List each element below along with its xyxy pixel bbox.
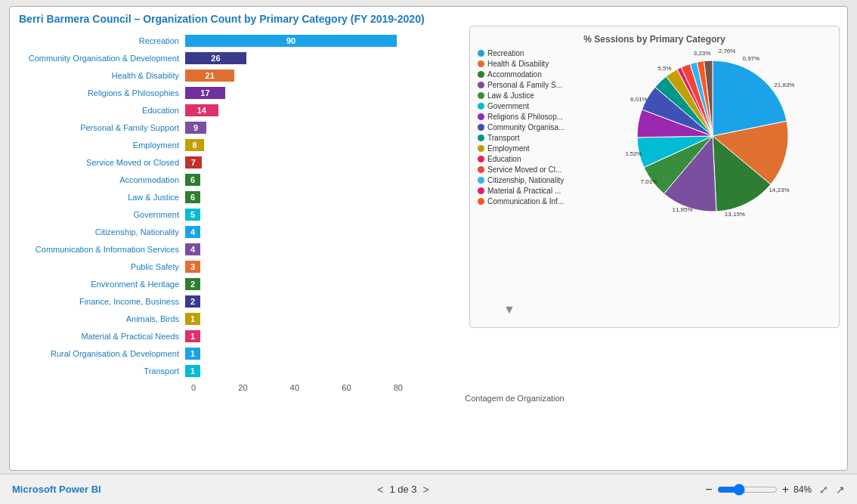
bar-label: Community Organisation & Development [19,54,185,63]
page-info: 1 de 3 [389,484,416,495]
pie-pct-label: 7,01% [640,178,657,185]
bar-fill: 21 [185,70,234,82]
bar-track: 1 [185,365,838,377]
legend-dot [478,177,484,184]
bar-fill: 3 [185,261,200,273]
zoom-label: 84% [794,484,812,495]
legend-label: Law & Justice [487,91,534,100]
legend-item: Accommodation [478,70,587,79]
chart-panel: Berri Barmera Council – Organization Cou… [9,6,848,471]
legend-item: Service Moved or Cl... [478,165,587,174]
pie-svg: 21,83%14,23%13,15%11,95%7,01%6,52%6,01%5… [626,49,800,223]
page-navigation: < 1 de 3 > [377,484,429,496]
legend-label: Education [487,155,521,163]
bar-label: Rural Organisation & Development [19,349,185,358]
scroll-down-icon[interactable]: ▼ [503,303,515,317]
bar-fill: 6 [185,174,200,186]
next-page-button[interactable]: > [423,484,429,496]
legend-label: Citizenship, Nationality [487,176,564,184]
legend-dot [478,166,484,173]
bar-label: Animals, Birds [19,314,185,323]
bar-label: Public Safety [19,262,185,271]
legend-label: Accommodation [487,70,542,79]
legend-label: Community Organisa... [487,123,565,131]
bar-fill: 17 [185,87,225,99]
x-axis-tick: 40 [290,383,299,392]
legend-label: Service Moved or Cl... [487,165,562,174]
bar-label: Service Moved or Closed [19,158,185,167]
bar-fill: 1 [185,313,200,325]
legend-dot [478,60,484,67]
legend-item: Religions & Philosop... [478,113,587,121]
legend-dot [478,187,484,194]
bar-row[interactable]: Transport1 [19,363,838,379]
legend-label: Government [487,102,529,110]
zoom-minus-icon[interactable]: − [705,483,712,496]
legend-label: Employment [487,144,530,153]
external-link-icon[interactable]: ↗ [836,484,845,496]
chart-title: Berri Barmera Council – Organization Cou… [19,13,838,25]
brand-label[interactable]: Microsoft Power BI [12,484,101,495]
legend-item: Transport [478,134,587,142]
pie-pct-label: 2,76% [718,49,735,54]
bar-row[interactable]: Material & Practical Needs1 [19,328,838,345]
legend-item: Personal & Family S... [478,81,587,89]
legend-dot [478,156,484,162]
x-axis-labels: 020406080 [191,383,403,392]
pie-pct-label: 11,95% [672,206,692,213]
bar-label: Finance, Income, Business [19,297,185,306]
legend-label: Material & Practical ... [487,187,561,195]
zoom-plus-icon[interactable]: + [782,483,789,496]
bar-label: Material & Practical Needs [19,332,185,341]
bar-fill: 2 [185,295,200,308]
bar-track: 1 [185,330,838,342]
legend-dot [478,103,484,110]
legend-item: Employment [478,144,587,153]
pie-pct-label: 6,01% [630,96,648,103]
app-container: Berri Barmera Council – Organization Cou… [0,0,857,504]
x-axis: 020406080 [19,383,838,392]
bar-label: Personal & Family Support [19,123,185,132]
legend-label: Recreation [487,49,524,57]
bar-fill: 7 [185,156,202,169]
pie-pct-label: 21,83% [774,82,794,88]
prev-page-button[interactable]: < [377,484,383,496]
x-axis-title: Contagem de Organization [19,394,838,403]
pie-svg-area: 21,83%14,23%13,15%11,95%7,01%6,52%6,01%5… [593,49,831,223]
bar-label: Recreation [19,36,185,45]
x-axis-tick: 0 [191,383,196,392]
pie-legend: RecreationHealth & DisabilityAccommodati… [478,49,587,223]
bar-fill: 90 [185,35,397,47]
x-axis-tick: 20 [238,383,247,392]
bar-track: 1 [185,348,838,360]
bar-fill: 9 [185,122,206,134]
legend-dot [478,71,484,78]
pie-chart-title: % Sessions by Primary Category [478,34,831,45]
legend-dot [478,82,484,88]
bar-fill: 2 [185,278,200,290]
bar-fill: 1 [185,365,200,377]
expand-icon[interactable]: ⤢ [819,484,828,496]
legend-item: Communication & Inf... [478,197,587,206]
legend-dot [478,145,484,152]
pie-chart-panel: % Sessions by Primary Category Recreatio… [469,26,840,328]
bar-fill: 6 [185,191,200,203]
pie-pct-label: 3,23% [693,50,710,57]
bar-label: Religions & Philosophies [19,88,185,97]
bar-fill: 26 [185,52,246,64]
legend-dot [478,198,484,205]
legend-label: Transport [487,134,519,142]
bar-row[interactable]: Rural Organisation & Development1 [19,345,838,362]
legend-dot [478,124,484,131]
x-axis-tick: 80 [394,383,403,392]
legend-dot [478,92,484,99]
zoom-slider[interactable] [717,484,778,496]
bar-label: Employment [19,141,185,150]
legend-item: Health & Disability [478,60,587,68]
legend-item: Education [478,155,587,163]
bar-label: Transport [19,366,185,376]
legend-item: Material & Practical ... [478,187,587,195]
bar-fill: 14 [185,104,218,116]
pie-content: RecreationHealth & DisabilityAccommodati… [478,49,831,223]
pie-pct-label: 5,5% [657,65,671,72]
